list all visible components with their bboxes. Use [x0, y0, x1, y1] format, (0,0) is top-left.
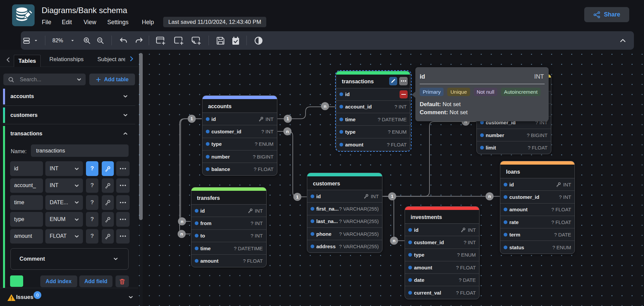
svg-text:1: 1: [190, 116, 193, 121]
svg-text:n: n: [488, 194, 491, 199]
svg-text:1: 1: [296, 194, 299, 200]
svg-text:n: n: [324, 104, 326, 109]
svg-text:1: 1: [286, 116, 289, 121]
svg-text:1: 1: [391, 194, 394, 199]
svg-text:n: n: [393, 238, 395, 243]
svg-text:n: n: [286, 129, 289, 134]
svg-text:n: n: [181, 219, 183, 224]
svg-text:n: n: [180, 231, 183, 236]
